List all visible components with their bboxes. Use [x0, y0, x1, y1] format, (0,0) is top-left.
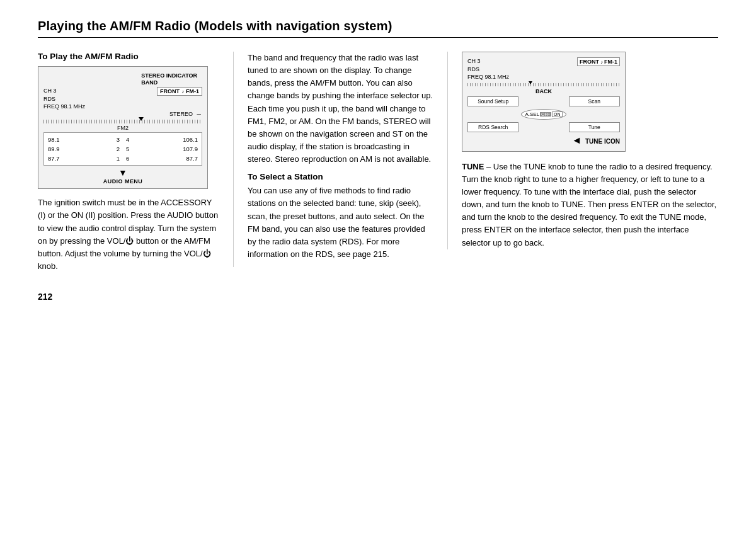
right-column: CH 3 RDS FREQ 98.1 MHz FRONT ♪ FM-1 BACK: [447, 52, 718, 249]
right-diag-buttons: Sound Setup Scan A.SEL OFF ON RDS S: [467, 96, 620, 132]
diagram-ch-rds-freq: CH 3 RDS FREQ 98.1 MHz: [43, 87, 85, 111]
freq-indicator: [139, 117, 144, 121]
freq-value: 98.1: [61, 103, 72, 110]
left-section-heading: To Play the AM/FM Radio: [38, 52, 220, 61]
content-columns: To Play the AM/FM Radio STEREO INDICATOR…: [38, 52, 718, 273]
right-ch-value: 3: [478, 58, 481, 64]
right-diag-fm1-area: FRONT ♪ FM-1: [577, 57, 620, 66]
left-body-text-content: The ignition switch must be in the ACCES…: [38, 198, 218, 271]
off-label: OFF: [540, 112, 551, 117]
title-rule: [38, 37, 718, 38]
diagram-stereo-row: STEREO ─: [43, 111, 202, 117]
page-container: Playing the AM/FM Radio (Models with nav…: [0, 0, 756, 541]
freq-unit: MHz: [74, 103, 86, 110]
diagram-top-labels: STEREO INDICATOR BAND: [43, 72, 202, 86]
stereo-value-label: STEREO: [169, 111, 193, 117]
middle-column: The band and frequency that the radio wa…: [233, 52, 447, 267]
right-body-text-content: – Use the TUNE knob to tune the radio to…: [462, 162, 716, 248]
middle-body-text: You can use any of five methods to find …: [248, 185, 433, 261]
diagram-freq-bar: [43, 120, 202, 123]
tune-icon-label: ◄ TUNE ICON: [467, 135, 620, 146]
asel-center: A.SEL OFF ON: [521, 109, 566, 120]
radio-diagram: STEREO INDICATOR BAND CH 3 RDS FREQ 98.1…: [38, 66, 208, 189]
diagram-audio-menu: AUDIO MENU: [43, 178, 202, 185]
right-ch-label: CH: [467, 58, 476, 64]
tune-icon-arrow: ◄: [572, 135, 582, 145]
page-number: 212: [38, 292, 718, 302]
right-freq-value: 98.1: [485, 74, 496, 80]
on-label: ON: [552, 111, 563, 117]
page-title: Playing the AM/FM Radio (Models with nav…: [38, 19, 718, 33]
diagram-fm2-label: FM2: [43, 125, 202, 131]
middle-intro-text: The band and frequency that the radio wa…: [248, 52, 433, 166]
fm1-label: FM-1: [186, 88, 199, 94]
left-column: To Play the AM/FM Radio STEREO INDICATOR…: [38, 52, 233, 273]
left-body-text: The ignition switch must be in the ACCES…: [38, 196, 220, 273]
preset-row-1: 98.1 34 106.1: [48, 135, 198, 144]
rds-label: RDS: [43, 96, 55, 102]
diagram-arrow-down: ▼: [43, 168, 202, 177]
rds-search-btn: RDS Search: [467, 122, 518, 132]
right-body-text: TUNE – Use the TUNE knob to tune the rad…: [462, 161, 718, 249]
front-label: FRONT: [160, 88, 180, 94]
diagram-preset-rows: 98.1 34 106.1 89.9 25 107.9 87.7 16 87.7: [43, 132, 202, 166]
sound-setup-btn: Sound Setup: [467, 96, 518, 106]
preset-row-2: 89.9 25 107.9: [48, 144, 198, 154]
back-label: BACK: [467, 88, 620, 94]
right-fm1-label: FM-1: [604, 59, 617, 65]
right-front-label: FRONT: [580, 59, 599, 65]
tune-btn: Tune: [569, 122, 620, 132]
right-freq-unit: MHz: [498, 74, 510, 80]
right-diag-ch-rds-freq: CH 3 RDS FREQ 98.1 MHz: [467, 57, 509, 81]
right-diagram: CH 3 RDS FREQ 98.1 MHz FRONT ♪ FM-1 BACK: [462, 52, 626, 152]
scan-btn: Scan: [569, 96, 620, 106]
diagram-fm1-area: FRONT ♪ FM-1: [157, 87, 202, 96]
freq-label: FREQ: [43, 103, 59, 110]
right-rds-label: RDS: [467, 66, 479, 72]
ch-label: CH: [43, 88, 52, 94]
tune-icon-text: TUNE ICON: [585, 138, 620, 145]
tune-heading: TUNE: [462, 162, 484, 171]
right-diag-top: CH 3 RDS FREQ 98.1 MHz FRONT ♪ FM-1: [467, 57, 620, 81]
band-label: BAND: [141, 79, 158, 86]
middle-subheading: To Select a Station: [248, 172, 433, 181]
right-diag-freq-bar: [467, 83, 620, 86]
stereo-indicator-label: STEREO INDICATOR: [141, 72, 197, 79]
preset-row-3: 87.7 16 87.7: [48, 154, 198, 163]
ch-value: 3: [54, 88, 57, 94]
right-freq-indicator: [529, 81, 532, 84]
asel-label: A.SEL: [525, 111, 539, 117]
right-freq-label: FREQ: [467, 74, 483, 80]
